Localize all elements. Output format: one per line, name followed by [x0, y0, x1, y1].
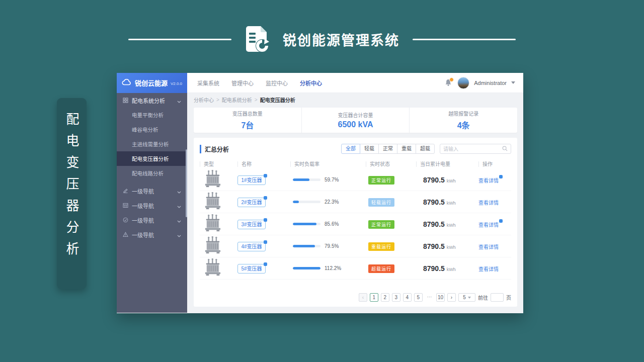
breadcrumb-item[interactable]: 配电系统分析	[222, 96, 252, 104]
filter-over[interactable]: 超载	[416, 144, 435, 154]
page-size-select[interactable]: 5	[458, 293, 475, 302]
stat-total-capacity: 变压器合计容量 6500 kVA	[301, 108, 410, 133]
load-progress	[293, 245, 320, 247]
sidebar-item-main-demand[interactable]: 主进线需量分析	[117, 137, 187, 151]
pagination: ‹ 1 2 3 4 5 ··· 10 › 5 前往 页	[359, 293, 511, 302]
view-detail-link[interactable]: 查看详情	[478, 266, 499, 272]
sidebar-group-label: 配电系统分析	[132, 97, 165, 105]
stats-card: 变压器总数量 7台 变压器合计容量 6500 kVA 越限报警记录 4条	[194, 108, 517, 133]
summary-panel: 汇总分析 全部 轻载 正常 重载 超载	[194, 138, 517, 307]
table-row: 4#变压器 79.5% 重载运行 8790.5kWh 查看详情	[200, 235, 511, 257]
transformer-name-button[interactable]: 3#变压器	[237, 220, 266, 229]
corner-badge	[264, 196, 267, 200]
search-input[interactable]	[443, 146, 500, 152]
view-detail-link[interactable]: 查看详情	[478, 222, 499, 228]
corner-badge	[264, 262, 267, 266]
sidebar-nav-2[interactable]: 一级导航	[117, 198, 187, 213]
brand-header: 锐创能源管理系统	[0, 24, 644, 54]
sidebar-item-transformer[interactable]: 配电变压器分析	[117, 151, 187, 166]
view-detail-link[interactable]: 查看详情	[478, 244, 499, 250]
page-ellipsis: ···	[425, 293, 434, 302]
status-badge: 轻载运行	[368, 198, 394, 207]
table-row: 2#变压器 22.3% 轻载运行 8790.5kWh 查看详情	[200, 191, 511, 213]
avatar[interactable]	[457, 77, 469, 89]
chevron-down-icon	[177, 187, 181, 196]
menu-item-manage[interactable]: 管理中心	[231, 79, 254, 87]
stat-alarm-records: 越限报警记录 4条	[409, 108, 517, 133]
corner-badge	[499, 175, 503, 178]
sidebar-group-power-analysis[interactable]: 配电系统分析	[117, 93, 187, 108]
status-badge: 正常运行	[368, 176, 394, 185]
goto-page-input[interactable]	[491, 293, 504, 302]
filter-normal[interactable]: 正常	[378, 144, 397, 154]
page-prev-button[interactable]: ‹	[359, 293, 367, 302]
chevron-down-icon[interactable]	[511, 81, 515, 84]
page-unit-label: 页	[506, 294, 511, 301]
transformer-name-button[interactable]: 2#变压器	[237, 198, 266, 207]
breadcrumb-item[interactable]: 分析中心	[194, 96, 214, 104]
load-progress	[293, 267, 320, 269]
page-title: 锐创能源管理系统	[283, 30, 399, 49]
warning-icon	[123, 230, 128, 239]
transformer-image	[203, 181, 222, 190]
search-icon[interactable]	[502, 144, 508, 153]
view-detail-link[interactable]: 查看详情	[478, 200, 499, 206]
transformer-name-button[interactable]: 4#变压器	[237, 242, 266, 251]
menu-item-monitor[interactable]: 监控中心	[266, 79, 288, 87]
transformer-image	[203, 269, 222, 278]
check-circle-icon	[123, 216, 128, 225]
transformer-image	[203, 247, 222, 256]
table-row: 5#变压器 112.2% 超载运行 8790.5kWh 查看详情	[200, 257, 511, 280]
page-next-button[interactable]: ›	[447, 293, 456, 302]
topbar: 锐创云能源 V2.0.0 采集系统 管理中心 监控中心 分析中心 Adminis…	[117, 73, 523, 93]
ribbon-title: 配电变压器分析	[62, 112, 81, 289]
sidebar-item-line[interactable]: 配电线路分析	[117, 166, 187, 180]
sidebar-item-balance[interactable]: 电量平衡分析	[117, 108, 187, 122]
status-badge: 超载运行	[368, 264, 394, 273]
chevron-down-icon	[177, 216, 181, 225]
sidebar: 配电系统分析 电量平衡分析 峰谷电分析 主进线需量分析 配电变压器分析 配电线路…	[117, 93, 187, 313]
stat-transformer-count: 变压器总数量 7台	[194, 108, 301, 133]
logo-version: V2.0.0	[171, 81, 182, 86]
filter-all[interactable]: 全部	[341, 144, 360, 154]
cloud-icon	[122, 78, 132, 87]
filter-heavy[interactable]: 重载	[397, 144, 416, 154]
status-badge: 正常运行	[368, 220, 394, 229]
corner-badge	[264, 218, 267, 222]
user-name[interactable]: Administrator	[474, 80, 507, 86]
page-button[interactable]: 2	[381, 293, 389, 302]
transformer-image	[203, 225, 222, 234]
page-button[interactable]: 1	[370, 293, 378, 302]
sidebar-nav-1[interactable]: 一级导航	[117, 184, 187, 198]
transformer-name-button[interactable]: 5#变压器	[237, 264, 266, 274]
sidebar-item-peak-valley[interactable]: 峰谷电分析	[117, 122, 187, 137]
sidebar-nav-4[interactable]: 一级导航	[117, 227, 187, 242]
page-button[interactable]: 5	[414, 293, 423, 302]
table-icon	[123, 201, 128, 210]
load-progress	[293, 201, 320, 203]
filter-light[interactable]: 轻载	[360, 144, 379, 154]
transformer-name-button[interactable]: 1#变压器	[237, 175, 266, 185]
chevron-down-icon	[468, 297, 471, 299]
goto-label: 前往	[478, 294, 488, 301]
corner-badge	[499, 219, 503, 223]
chevron-down-icon	[177, 230, 181, 239]
sidebar-nav-3[interactable]: 一级导航	[117, 213, 187, 227]
page-button[interactable]: 10	[436, 293, 445, 302]
load-filter-group: 全部 轻载 正常 重载 超载	[341, 144, 435, 154]
view-detail-link[interactable]: 查看详情	[478, 178, 499, 184]
load-progress	[293, 223, 320, 225]
search-box	[440, 144, 511, 154]
decorative-line-right	[413, 39, 516, 40]
document-report-icon	[245, 25, 270, 53]
transformer-image	[203, 203, 222, 212]
page-button[interactable]: 3	[392, 293, 400, 302]
edit-icon	[123, 187, 128, 196]
logo[interactable]: 锐创云能源 V2.0.0	[117, 73, 187, 93]
menu-item-analysis[interactable]: 分析中心	[300, 79, 322, 87]
top-menu: 采集系统 管理中心 监控中心 分析中心	[187, 79, 322, 87]
notification-bell-icon[interactable]	[445, 79, 453, 87]
menu-item-collect[interactable]: 采集系统	[197, 79, 219, 87]
page-button[interactable]: 4	[403, 293, 412, 302]
app-body: 配电系统分析 电量平衡分析 峰谷电分析 主进线需量分析 配电变压器分析 配电线路…	[117, 93, 523, 313]
